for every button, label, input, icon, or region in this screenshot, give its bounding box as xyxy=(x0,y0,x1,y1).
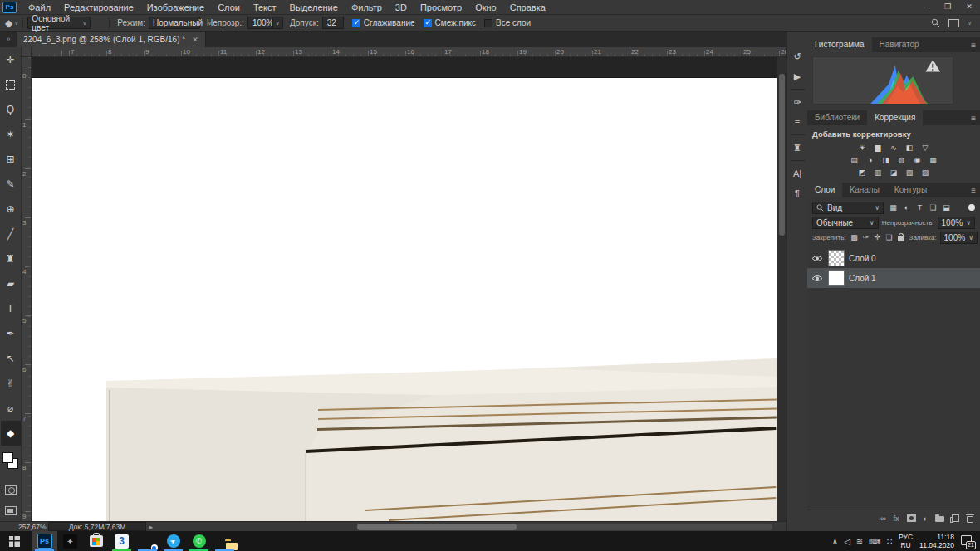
language-indicator[interactable]: РУС RU xyxy=(899,533,913,549)
layer-name[interactable]: Слой 0 xyxy=(849,254,876,263)
tab-channels[interactable]: Каналы xyxy=(842,183,887,197)
menu-item[interactable]: Слои xyxy=(211,2,247,12)
menu-item[interactable]: Файл xyxy=(22,2,57,12)
menu-item[interactable]: Фильтр xyxy=(345,2,389,12)
taskbar-chrome[interactable] xyxy=(135,531,160,551)
lock-all-icon[interactable] xyxy=(896,232,906,243)
layer-visibility-eye-icon[interactable] xyxy=(811,255,824,262)
brushes-panel-icon[interactable]: ✑ xyxy=(787,92,808,112)
tab-paths[interactable]: Контуры xyxy=(887,183,934,197)
lasso-tool[interactable]: Ϙ xyxy=(1,97,21,122)
panel-menu-icon[interactable]: ≡ xyxy=(971,186,976,195)
layer-row-1[interactable]: Слой 1 xyxy=(807,268,980,288)
document-tab[interactable]: 2204_6_3.png @ 258% (Слой 1, RGB/16) * ✕ xyxy=(17,32,206,47)
menu-item[interactable]: Окно xyxy=(468,2,503,12)
tolerance-input[interactable]: 32 xyxy=(322,17,344,29)
layer-mask-icon[interactable] xyxy=(907,514,916,522)
brush-settings-panel-icon[interactable]: ≡ xyxy=(787,112,808,132)
close-tab-icon[interactable]: ✕ xyxy=(192,36,198,44)
tool-preset-chevron-icon[interactable]: ∨ xyxy=(14,20,18,27)
notification-center-icon[interactable]: 21 xyxy=(961,535,975,548)
brush-tool[interactable]: ╱ xyxy=(1,222,21,246)
filter-pixel-layers-icon[interactable]: ▦ xyxy=(887,202,899,213)
opacity-chevron[interactable]: ∨ xyxy=(272,17,283,29)
vertical-scrollbar-thumb[interactable] xyxy=(779,74,785,236)
magic-wand-tool[interactable]: ✶ xyxy=(1,122,21,147)
taskbar-photoshop[interactable]: Ps xyxy=(32,531,57,551)
layer-fill-input[interactable]: 100%∨ xyxy=(940,232,978,244)
lock-paint-icon[interactable]: ✑ xyxy=(861,232,871,243)
history-panel-icon[interactable]: ↺ xyxy=(787,46,808,66)
hand-tool[interactable]: ✌ xyxy=(1,371,21,396)
menu-item[interactable]: Просмотр xyxy=(414,2,468,12)
layer-visibility-eye-icon[interactable] xyxy=(811,275,824,282)
tab-libraries[interactable]: Библиотеки xyxy=(807,110,867,125)
tray-app-icon[interactable]: ∷ xyxy=(887,537,892,546)
move-tool[interactable]: ✛ xyxy=(1,47,21,72)
tab-navigator[interactable]: Навигатор xyxy=(872,37,927,52)
color-lookup-icon[interactable]: ▦ xyxy=(928,155,939,165)
clock[interactable]: 11:18 11.04.2020 xyxy=(919,533,954,549)
tray-network-icon[interactable]: ≋ xyxy=(856,537,863,546)
pen-tool[interactable]: ✒ xyxy=(1,321,21,346)
taskbar-hp-app[interactable]: ✦ xyxy=(57,531,83,551)
eyedropper-tool[interactable]: ✎ xyxy=(1,172,21,197)
black-white-icon[interactable]: ◨ xyxy=(880,155,892,165)
opacity-input[interactable]: 100% xyxy=(247,17,272,29)
eraser-tool[interactable]: ▰ xyxy=(1,271,21,296)
paragraph-panel-icon[interactable]: ¶ xyxy=(787,183,808,203)
lock-transparency-icon[interactable]: ▩ xyxy=(850,232,860,243)
text-tool[interactable]: T xyxy=(1,296,21,321)
zoom-level[interactable]: 257,67% xyxy=(18,523,47,531)
vertical-scrollbar[interactable] xyxy=(777,57,786,521)
menu-item[interactable]: Редактирование xyxy=(57,2,140,12)
menu-item[interactable]: Текст xyxy=(247,2,283,12)
panel-menu-icon[interactable]: ≡ xyxy=(971,41,976,50)
paint-bucket-tool[interactable]: ◆ xyxy=(1,421,21,446)
horizontal-scrollbar[interactable] xyxy=(357,524,772,530)
close-button[interactable]: ✕ xyxy=(958,0,980,14)
color-swatches[interactable] xyxy=(1,452,21,474)
tab-adjustments[interactable]: Коррекция xyxy=(867,110,923,125)
tab-layers[interactable]: Слои xyxy=(807,183,842,197)
healing-brush-tool[interactable]: ⊕ xyxy=(1,197,21,222)
menu-item[interactable]: Выделение xyxy=(283,2,345,12)
filter-shape-layers-icon[interactable]: ❏ xyxy=(927,202,939,213)
actions-panel-icon[interactable]: ▶ xyxy=(787,66,808,86)
channel-mixer-icon[interactable]: ◉ xyxy=(912,155,924,165)
brightness-contrast-icon[interactable]: ☀ xyxy=(856,143,868,153)
hue-saturation-icon[interactable]: ▤ xyxy=(849,155,860,165)
taskbar-explorer[interactable] xyxy=(212,531,238,551)
document-size-info[interactable]: Док: 5,72M/7,63M xyxy=(48,522,146,531)
collapse-tabs-icon[interactable]: » xyxy=(0,32,17,47)
tab-histogram[interactable]: Гистограмма xyxy=(807,37,872,52)
menu-item[interactable]: Справка xyxy=(503,2,552,12)
posterize-icon[interactable]: ▥ xyxy=(872,168,884,178)
clone-source-panel-icon[interactable]: ♜ xyxy=(787,138,808,158)
adjustment-layer-icon[interactable]: ◐ xyxy=(924,514,928,523)
antialias-checkbox[interactable]: Сглаживание xyxy=(352,18,415,27)
photo-filter-icon[interactable]: ◍ xyxy=(896,155,908,165)
horizontal-scrollbar-thumb[interactable] xyxy=(357,524,517,530)
lock-artboard-icon[interactable]: ❏ xyxy=(884,232,894,243)
layer-opacity-input[interactable]: 100%∨ xyxy=(938,217,975,229)
search-icon[interactable] xyxy=(931,18,940,27)
quick-mask-button[interactable] xyxy=(5,485,17,495)
filter-adjustment-layers-icon[interactable]: ◐ xyxy=(900,202,913,213)
marquee-tool[interactable] xyxy=(1,72,21,97)
start-button[interactable] xyxy=(0,531,28,551)
layer-thumbnail[interactable] xyxy=(829,251,844,266)
screen-mode-button[interactable] xyxy=(5,506,17,515)
selective-color-icon[interactable]: ▧ xyxy=(904,168,915,178)
filter-smart-objects-icon[interactable]: ⬓ xyxy=(940,202,953,213)
new-group-icon[interactable] xyxy=(935,514,944,522)
bucket-tool-icon[interactable]: ◆ xyxy=(5,17,12,29)
filter-toggle[interactable] xyxy=(968,204,975,211)
contiguous-checkbox[interactable]: Смеж.пикс xyxy=(424,18,477,27)
taskbar-telegram[interactable]: ➤ xyxy=(160,531,186,551)
exposure-icon[interactable]: ◧ xyxy=(904,143,915,153)
crop-tool[interactable]: ⊞ xyxy=(1,147,21,172)
curves-icon[interactable]: ∿ xyxy=(888,143,899,153)
fill-source-dropdown[interactable]: Основной цвет∨ xyxy=(27,17,91,29)
zoom-tool[interactable]: ⌀ xyxy=(1,396,21,421)
